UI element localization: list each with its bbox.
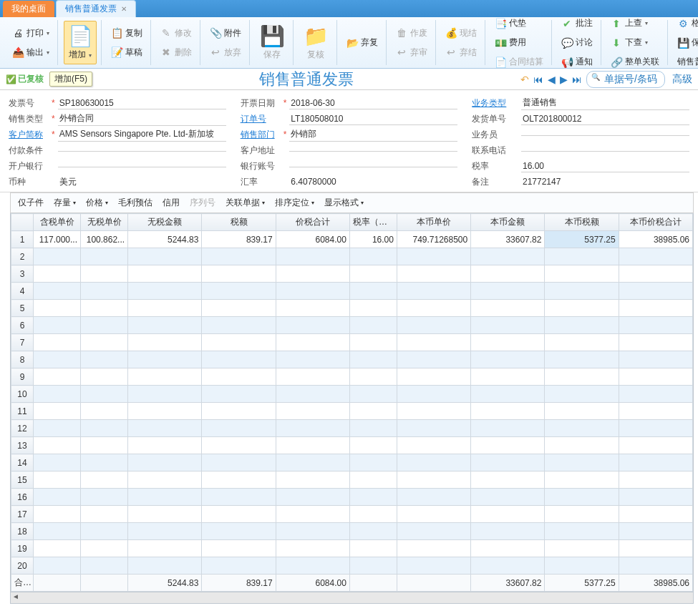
cell[interactable] [81, 265, 128, 283]
cell[interactable] [33, 489, 80, 506]
table-row[interactable]: 7 [11, 334, 693, 351]
abandon3-button[interactable]: ↩弃结 [442, 44, 480, 61]
cell[interactable] [33, 386, 80, 403]
cell[interactable] [276, 300, 349, 317]
cell[interactable] [349, 386, 397, 403]
cell[interactable] [202, 437, 276, 454]
cell[interactable] [276, 437, 349, 454]
customer-label[interactable]: 客户简称 [9, 129, 49, 141]
cell[interactable] [33, 248, 80, 265]
search-input[interactable]: 单据号/条码 [586, 71, 665, 88]
cell[interactable] [545, 265, 619, 283]
expense-button[interactable]: 💵费用 [491, 34, 547, 51]
cell[interactable] [33, 420, 80, 437]
cell[interactable] [349, 471, 397, 489]
cell[interactable] [397, 489, 470, 506]
cell[interactable] [619, 300, 692, 317]
cell[interactable] [81, 403, 128, 420]
cell[interactable] [349, 454, 397, 471]
cell[interactable] [202, 540, 276, 557]
cell[interactable] [471, 454, 545, 471]
cell[interactable] [545, 403, 619, 420]
cell[interactable] [81, 437, 128, 454]
cell[interactable] [349, 557, 397, 575]
cell[interactable] [349, 317, 397, 334]
cell[interactable] [545, 471, 619, 489]
col-1[interactable]: 无税单价 [81, 214, 128, 231]
table-row[interactable]: 9 [11, 368, 693, 386]
cell[interactable] [471, 265, 545, 283]
discard-button[interactable]: ↩放弃 [206, 44, 245, 61]
col-9[interactable]: 本币价税合计 [619, 214, 692, 231]
sale-dept-label[interactable]: 销售部门 [241, 129, 281, 141]
cell[interactable] [128, 300, 202, 317]
gt-credit[interactable]: 信用 [163, 197, 180, 209]
cell[interactable] [202, 454, 276, 471]
biz-type-value[interactable]: 普通销售 [521, 96, 689, 110]
cell[interactable] [276, 386, 349, 403]
cell[interactable] [619, 386, 692, 403]
table-row[interactable]: 12 [11, 420, 693, 437]
col-3[interactable]: 税额 [202, 214, 276, 231]
cell[interactable]: 5244.83 [128, 231, 202, 248]
row-number[interactable]: 4 [11, 283, 34, 300]
cell[interactable] [33, 283, 80, 300]
cell[interactable] [276, 471, 349, 489]
table-row[interactable]: 10 [11, 386, 693, 403]
close-icon[interactable]: ✕ [121, 5, 127, 13]
cell[interactable] [81, 317, 128, 334]
cell[interactable]: 38985.06 [619, 231, 692, 248]
cell[interactable] [545, 420, 619, 437]
tab-desktop[interactable]: 我的桌面 [3, 1, 54, 17]
up-button[interactable]: ⬆上查▾ [607, 15, 663, 31]
cell[interactable] [202, 420, 276, 437]
cell[interactable] [81, 300, 128, 317]
cell[interactable] [276, 557, 349, 575]
cell[interactable] [128, 368, 202, 386]
row-number[interactable]: 17 [11, 506, 34, 523]
cell[interactable] [619, 557, 692, 575]
cell[interactable]: 749.71268500 [397, 231, 470, 248]
cell[interactable] [33, 368, 80, 386]
cell[interactable] [202, 317, 276, 334]
cell[interactable] [202, 489, 276, 506]
cell[interactable] [33, 351, 80, 368]
cell[interactable] [128, 489, 202, 506]
cell[interactable] [33, 557, 80, 575]
cell[interactable] [471, 557, 545, 575]
table-row[interactable]: 5 [11, 300, 693, 317]
table-row[interactable]: 14 [11, 454, 693, 471]
table-row[interactable]: 16 [11, 489, 693, 506]
cell[interactable] [471, 368, 545, 386]
cell[interactable] [128, 265, 202, 283]
cell[interactable] [397, 420, 470, 437]
cell[interactable] [276, 454, 349, 471]
add-button[interactable]: 📄 增加 ▾ [64, 21, 97, 64]
salesman-value[interactable] [521, 134, 689, 136]
table-row[interactable]: 3 [11, 265, 693, 283]
row-number[interactable]: 12 [11, 420, 34, 437]
cell[interactable] [202, 523, 276, 540]
table-row[interactable]: 17 [11, 506, 693, 523]
row-number[interactable]: 1 [11, 231, 34, 248]
cell[interactable] [81, 351, 128, 368]
cell[interactable] [276, 523, 349, 540]
col-4[interactable]: 价税合计 [276, 214, 349, 231]
format-button[interactable]: ⚙格式设置 [674, 15, 698, 31]
cell[interactable] [397, 557, 470, 575]
cell[interactable] [202, 265, 276, 283]
saveformat-button[interactable]: 💾保存格式 [674, 34, 698, 51]
cell[interactable]: 6084.00 [276, 231, 349, 248]
cell[interactable] [545, 540, 619, 557]
cell[interactable] [276, 248, 349, 265]
cell[interactable] [349, 437, 397, 454]
row-number[interactable]: 9 [11, 368, 34, 386]
notify-button[interactable]: 📢通知 [558, 54, 596, 70]
table-row[interactable]: 20 [11, 557, 693, 575]
invoice-no-value[interactable]: SP180630015 [58, 97, 226, 109]
table-row[interactable]: 18 [11, 523, 693, 540]
cell[interactable]: 16.00 [349, 231, 397, 248]
cell[interactable] [619, 540, 692, 557]
cell[interactable] [81, 283, 128, 300]
cash-button[interactable]: 💰现结 [442, 25, 480, 41]
